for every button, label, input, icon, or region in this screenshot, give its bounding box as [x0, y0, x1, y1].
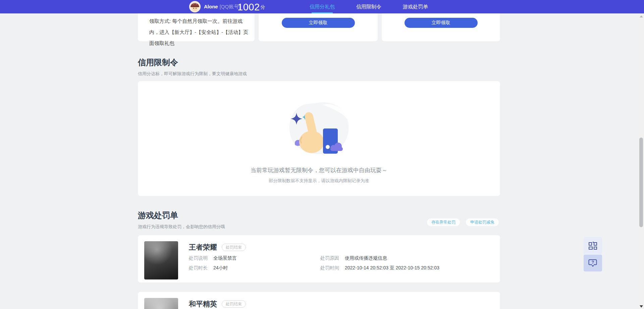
- qr-code-button[interactable]: [584, 237, 602, 254]
- penalty-desc-value: 全场景禁言: [213, 255, 237, 261]
- restriction-section-subtitle: 信用分达标，即可解除游戏行为限制，要文明健康地游戏: [138, 71, 500, 77]
- scrollbar[interactable]: [638, 13, 644, 309]
- help-icon: ?: [588, 259, 598, 268]
- scroll-up-arrow-icon[interactable]: [640, 15, 643, 17]
- penalty-duration-value: 24小时: [213, 265, 228, 270]
- penalty-duration-label: 处罚时长: [189, 265, 208, 270]
- user-name: Alone[QQ账号]: [204, 0, 240, 13]
- penalty-reason-label: 处罚原因: [320, 255, 339, 261]
- penalty-time-label: 处罚时间: [320, 265, 339, 270]
- credit-score: 1002分: [237, 0, 265, 13]
- game-thumbnail-kings: [144, 241, 178, 279]
- avatar-icon: [189, 1, 201, 12]
- restriction-empty-title: 当前常玩游戏暂无限制令，您可以在游戏中自由玩耍～: [138, 166, 500, 174]
- restriction-empty-card: 当前常玩游戏暂无限制令，您可以在游戏中自由玩耍～ 部分限制数据不支持显示，请以游…: [138, 81, 500, 196]
- qr-code-icon: [588, 241, 597, 250]
- help-button[interactable]: ?: [584, 255, 602, 271]
- restriction-empty-note: 部分限制数据不支持显示，请以游戏内限制记录为准: [138, 178, 500, 184]
- svg-text:?: ?: [592, 260, 594, 264]
- user-avatar[interactable]: [189, 1, 201, 12]
- penalty-time-value: 2022-10-14 20:52:03 至 2022-10-15 20:52:0…: [345, 265, 439, 270]
- penalty-links: 存在异常处罚 申请处罚减免: [427, 218, 499, 226]
- penalty-card-kings: 王者荣耀 处罚结束 处罚说明 全场景禁言 处罚时长 24小时 处罚原因 使用或传…: [138, 235, 500, 282]
- status-badge: 处罚结束: [222, 300, 246, 308]
- penalty-reason-value: 使用或传播违规信息: [345, 255, 387, 261]
- page: 领取方式: 每个自然月领取一次。前往游戏内，进入【新大厅】-【安全站】-【活动】…: [0, 0, 644, 309]
- penalty-card-title-row: 和平精英 处罚结束: [189, 299, 246, 309]
- thumbs-up-illustration: [287, 100, 351, 156]
- scrollbar-thumb[interactable]: [639, 138, 643, 227]
- gift-card-1: 立即领取: [259, 13, 378, 41]
- top-navigation-bar: Alone[QQ账号] 1002分 信用分礼包 信用限制令 游戏处罚单: [0, 0, 644, 13]
- tab-game-penalty[interactable]: 游戏处罚单: [403, 0, 428, 13]
- penalty-desc-label: 处罚说明: [189, 255, 208, 261]
- penalty-section-header: 游戏处罚单 游戏行为违规导致处罚，会影响您的信用分哦 存在异常处罚 申请处罚减免: [138, 210, 500, 230]
- tab-credit-gift[interactable]: 信用分礼包: [310, 0, 335, 13]
- penalty-card-title-row: 王者荣耀 处罚结束: [189, 243, 246, 252]
- penalty-details-right: 处罚原因 使用或传播违规信息 处罚时间 2022-10-14 20:52:03 …: [320, 255, 439, 275]
- claim-now-button[interactable]: 立即领取: [405, 18, 478, 28]
- penalty-details-left: 处罚说明 全场景禁言 处罚时长 24小时: [189, 255, 237, 275]
- game-title: 和平精英: [189, 299, 217, 309]
- gift-cards-row: 领取方式: 每个自然月领取一次。前往游戏内，进入【新大厅】-【安全站】-【活动】…: [138, 13, 500, 41]
- restriction-section-title: 信用限制令: [138, 57, 500, 68]
- gift-card-2: 立即领取: [382, 13, 500, 41]
- status-badge: 处罚结束: [222, 244, 246, 251]
- claim-method-text: 领取方式: 每个自然月领取一次。前往游戏内，进入【新大厅】-【安全站】-【活动】…: [138, 13, 250, 49]
- gift-card-info: 领取方式: 每个自然月领取一次。前往游戏内，进入【新大厅】-【安全站】-【活动】…: [138, 13, 255, 41]
- penalty-card-peace: 和平精英 处罚结束: [138, 292, 500, 309]
- header-tabs: 信用分礼包 信用限制令 游戏处罚单: [310, 0, 428, 13]
- scroll-down-arrow-icon[interactable]: [640, 305, 643, 308]
- tab-credit-restriction[interactable]: 信用限制令: [356, 0, 381, 13]
- game-title: 王者荣耀: [189, 243, 217, 252]
- abnormal-penalty-link[interactable]: 存在异常处罚: [427, 218, 460, 226]
- content-column: 领取方式: 每个自然月领取一次。前往游戏内，进入【新大厅】-【安全站】-【活动】…: [138, 0, 500, 309]
- game-thumbnail-peace: [144, 298, 178, 309]
- penalty-appeal-link[interactable]: 申请处罚减免: [466, 218, 499, 226]
- claim-now-button[interactable]: 立即领取: [282, 18, 355, 28]
